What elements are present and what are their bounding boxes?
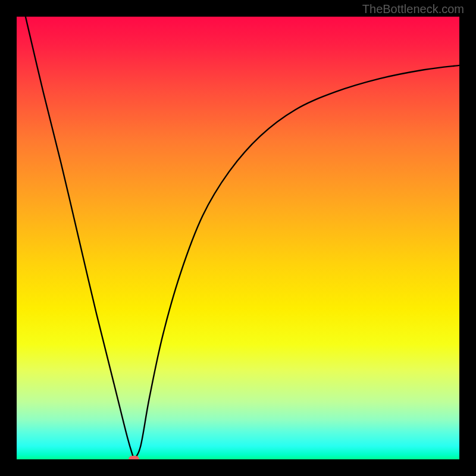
plot-area	[17, 17, 459, 459]
curve-svg	[17, 17, 459, 459]
plot-frame	[17, 17, 459, 459]
watermark-text: TheBottleneck.com	[362, 2, 464, 16]
optimal-point-marker	[129, 456, 139, 459]
bottleneck-curve	[26, 17, 459, 459]
